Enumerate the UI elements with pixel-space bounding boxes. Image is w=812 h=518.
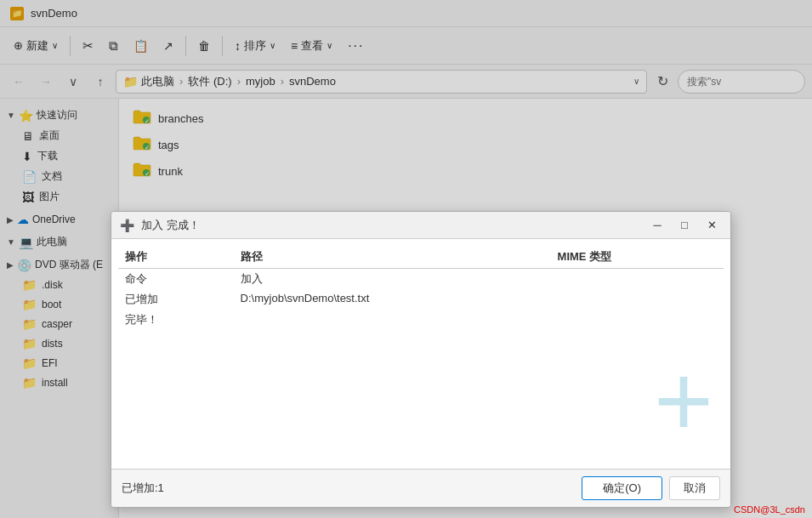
- cancel-button[interactable]: 取消: [669, 476, 720, 500]
- dialog-title: 加入 完成！: [141, 218, 640, 233]
- dialog-title-bar: ➕ 加入 完成！ ─ □ ✕: [111, 212, 730, 239]
- table-row: 命令加入: [118, 269, 724, 290]
- csdn-watermark: CSDN@3L_csdn: [734, 504, 805, 515]
- dialog-title-icon: ➕: [120, 219, 134, 232]
- dialog-body: 操作 路径 MIME 类型 命令加入已增加D:\myjob\svnDemo\te…: [111, 239, 730, 469]
- col-header-op: 操作: [118, 246, 234, 269]
- table-cell-op: 完毕！: [118, 310, 234, 330]
- table-cell-op: 命令: [118, 269, 234, 290]
- dialog-minimize-button[interactable]: ─: [647, 215, 667, 236]
- table-cell-path: 加入: [234, 269, 551, 290]
- dialog-overlay: ➕ 加入 完成！ ─ □ ✕ 操作 路径 MIME 类型 命令加入已增加D:\m…: [0, 0, 812, 518]
- col-header-mime: MIME 类型: [551, 246, 724, 269]
- dialog-close-button[interactable]: ✕: [701, 215, 722, 236]
- footer-buttons: 确定(O) 取消: [582, 476, 720, 500]
- table-row: 完毕！: [118, 310, 724, 330]
- dialog-maximize-button[interactable]: □: [674, 215, 695, 236]
- table-row: 已增加D:\myjob\svnDemo\test.txt: [118, 289, 724, 310]
- table-cell-mime: [551, 310, 724, 330]
- table-cell-mime: [551, 289, 724, 310]
- footer-count: 已增加:1: [122, 481, 164, 496]
- col-header-path: 路径: [234, 246, 551, 269]
- table-cell-mime: [551, 269, 724, 290]
- table-cell-op: 已增加: [118, 289, 234, 310]
- dialog-footer: 已增加:1 确定(O) 取消: [111, 469, 730, 507]
- dialog: ➕ 加入 完成！ ─ □ ✕ 操作 路径 MIME 类型 命令加入已增加D:\m…: [111, 211, 731, 508]
- dialog-table: 操作 路径 MIME 类型 命令加入已增加D:\myjob\svnDemo\te…: [118, 246, 724, 330]
- table-cell-path: [234, 310, 551, 330]
- plus-watermark: +: [654, 350, 713, 452]
- ok-button[interactable]: 确定(O): [582, 476, 662, 500]
- table-cell-path: D:\myjob\svnDemo\test.txt: [234, 289, 551, 310]
